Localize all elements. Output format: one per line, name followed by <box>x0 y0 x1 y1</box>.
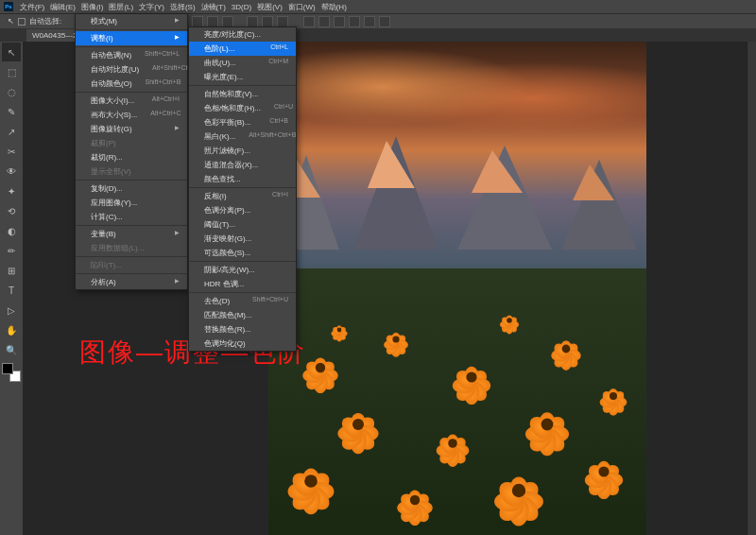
menu-help[interactable]: 帮助(H) <box>318 2 350 12</box>
align-icon[interactable] <box>262 16 273 27</box>
color-swatches[interactable] <box>2 363 21 382</box>
adj-curves[interactable]: 曲线(U)...Ctrl+M <box>189 56 296 70</box>
menu-calculations[interactable]: 计算(C)... <box>76 210 187 224</box>
adj-brightness[interactable]: 亮度/对比度(C)... <box>189 27 296 42</box>
distribute-icon[interactable] <box>379 16 390 27</box>
move-tool-icon: ↖ <box>8 17 14 26</box>
adj-bw[interactable]: 黑白(K)...Alt+Shift+Ctrl+B <box>189 129 296 144</box>
menu-image-size[interactable]: 图像大小(I)...Alt+Ctrl+I <box>76 94 187 108</box>
menu-reveal[interactable]: 显示全部(V) <box>76 164 187 179</box>
adj-shadows-highlights[interactable]: 阴影/高光(W)... <box>189 263 296 277</box>
gradient-tool[interactable]: ⊞ <box>2 261 21 280</box>
adj-gradient-map[interactable]: 渐变映射(G)... <box>189 232 296 246</box>
move-tool[interactable]: ↖ <box>2 43 21 61</box>
image-menu-dropdown: 模式(M) 调整(I) 自动色调(N)Shift+Ctrl+L 自动对比度(U)… <box>75 13 188 290</box>
menu-trim[interactable]: 裁切(R)... <box>76 150 187 164</box>
align-icon[interactable] <box>207 16 218 27</box>
adj-exposure[interactable]: 曝光度(E)... <box>189 70 296 84</box>
distribute-icon[interactable] <box>318 16 330 27</box>
menu-crop[interactable]: 裁剪(P) <box>76 136 187 150</box>
adj-selective-color[interactable]: 可选颜色(S)... <box>189 246 296 260</box>
adj-hdr-toning[interactable]: HDR 色调... <box>189 277 296 291</box>
menu-analysis[interactable]: 分析(A) <box>76 275 187 289</box>
adj-channel-mixer[interactable]: 通道混合器(X)... <box>189 158 296 172</box>
menubar: Ps 文件(F) 编辑(E) 图像(I) 图层(L) 文字(Y) 选择(S) 滤… <box>0 0 756 13</box>
pencil-tool[interactable]: ✏ <box>2 241 21 260</box>
adj-color-balance[interactable]: 色彩平衡(B)...Ctrl+B <box>189 115 296 129</box>
wand-tool[interactable]: ✎ <box>2 102 21 121</box>
adj-color-lookup[interactable]: 颜色查找... <box>189 172 296 186</box>
auto-select-check[interactable] <box>18 18 26 26</box>
lasso-tool[interactable]: ◌ <box>2 82 21 101</box>
menu-datasets[interactable]: 应用数据组(L)... <box>76 241 187 255</box>
adj-posterize[interactable]: 色调分离(P)... <box>189 203 296 217</box>
eyedropper-tool[interactable]: 👁 <box>2 162 21 181</box>
align-icon[interactable] <box>222 16 233 27</box>
align-icon[interactable] <box>277 16 288 27</box>
menu-trap[interactable]: 陷印(T)... <box>76 258 187 272</box>
menu-select[interactable]: 选择(S) <box>167 2 198 12</box>
adj-invert[interactable]: 反相(I)Ctrl+I <box>189 189 296 203</box>
marquee-tool[interactable]: ⬚ <box>2 62 21 81</box>
brush-tool[interactable]: ⟲ <box>2 201 21 220</box>
stamp-tool[interactable]: ◐ <box>2 221 21 240</box>
adj-threshold[interactable]: 阈值(T)... <box>189 217 296 232</box>
adj-hue-sat[interactable]: 色相/饱和度(H)...Ctrl+U <box>189 101 296 115</box>
distribute-icon[interactable] <box>349 16 360 27</box>
distribute-icon[interactable] <box>334 16 345 27</box>
adj-match-color[interactable]: 匹配颜色(M)... <box>189 308 296 322</box>
menu-auto-tone[interactable]: 自动色调(N)Shift+Ctrl+L <box>76 48 187 62</box>
right-panel-dock[interactable] <box>747 42 756 535</box>
menu-adjustments[interactable]: 调整(I) <box>76 31 187 45</box>
adj-vibrance[interactable]: 自然饱和度(V)... <box>189 87 296 101</box>
menu-auto-color[interactable]: 自动颜色(O)Shift+Ctrl+B <box>76 77 187 91</box>
align-icon[interactable] <box>192 16 203 27</box>
menu-view[interactable]: 视图(V) <box>254 2 285 12</box>
menu-layer[interactable]: 图层(L) <box>106 2 136 12</box>
type-tool[interactable]: T <box>2 281 21 300</box>
crop-tool[interactable]: ↗ <box>2 122 21 141</box>
adj-equalize[interactable]: 色调均化(Q) <box>189 337 296 351</box>
menu-mode[interactable]: 模式(M) <box>76 14 187 28</box>
slice-tool[interactable]: ✂ <box>2 142 21 161</box>
adj-desaturate[interactable]: 去色(D)Shift+Ctrl+U <box>189 294 296 308</box>
adjustments-submenu: 亮度/对比度(C)... 色阶(L)...Ctrl+L 曲线(U)...Ctrl… <box>188 26 297 352</box>
distribute-icon[interactable] <box>303 16 315 27</box>
document-canvas[interactable] <box>268 42 646 535</box>
menu-3d[interactable]: 3D(D) <box>229 3 254 11</box>
align-icon[interactable] <box>247 16 258 27</box>
path-tool[interactable]: ▷ <box>2 301 21 319</box>
menu-apply-image[interactable]: 应用图像(Y)... <box>76 196 187 210</box>
menu-type[interactable]: 文字(Y) <box>136 2 167 12</box>
auto-select-label: 自动选择: <box>29 16 61 26</box>
adj-replace-color[interactable]: 替换颜色(R)... <box>189 322 296 337</box>
ps-logo: Ps <box>4 2 13 11</box>
menu-file[interactable]: 文件(F) <box>17 2 47 12</box>
distribute-icon[interactable] <box>364 16 375 27</box>
menu-duplicate[interactable]: 复制(D)... <box>76 181 187 196</box>
menu-variables[interactable]: 变量(B) <box>76 227 187 241</box>
menu-filter[interactable]: 滤镜(T) <box>198 2 229 12</box>
menu-edit[interactable]: 编辑(E) <box>47 2 78 12</box>
menu-auto-contrast[interactable]: 自动对比度(U)Alt+Shift+Ctrl+L <box>76 62 187 77</box>
adj-levels[interactable]: 色阶(L)...Ctrl+L <box>189 42 296 56</box>
document-tab[interactable]: W0A0435---2-拼 <box>26 29 79 42</box>
menu-image[interactable]: 图像(I) <box>78 2 107 12</box>
heal-tool[interactable]: ✦ <box>2 181 21 200</box>
menu-canvas-size[interactable]: 画布大小(S)...Alt+Ctrl+C <box>76 108 187 122</box>
toolbox: ↖ ⬚ ◌ ✎ ↗ ✂ 👁 ✦ ⟲ ◐ ✏ ⊞ T ▷ ✋ 🔍 <box>0 42 23 535</box>
menu-window[interactable]: 窗口(W) <box>285 2 318 12</box>
zoom-tool[interactable]: 🔍 <box>2 340 21 359</box>
menu-rotate[interactable]: 图像旋转(G) <box>76 122 187 136</box>
adj-photo-filter[interactable]: 照片滤镜(F)... <box>189 144 296 158</box>
hand-tool[interactable]: ✋ <box>2 320 21 339</box>
